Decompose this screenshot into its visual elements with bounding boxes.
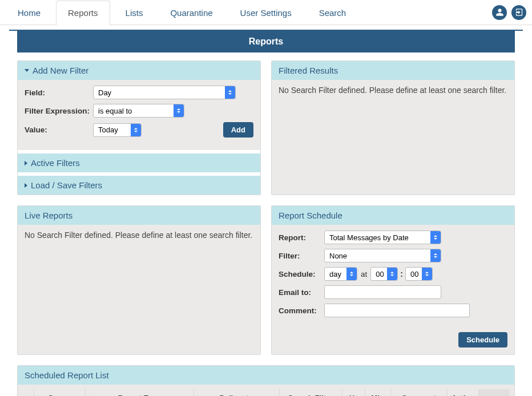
- chevron-right-icon: [25, 183, 27, 188]
- col-deliver-to[interactable]: Deliver to: [194, 389, 279, 396]
- col-owner[interactable]: Owner: [34, 389, 85, 396]
- schedule-report-label: Report:: [279, 233, 324, 242]
- add-new-filter-header[interactable]: Add New Filter: [18, 61, 260, 80]
- field-select[interactable]: Day: [94, 86, 235, 99]
- schedule-filter-label: Filter:: [279, 252, 324, 260]
- field-label: Field:: [25, 88, 93, 97]
- page-title: Reports: [17, 31, 515, 52]
- add-new-filter-label: Add New Filter: [33, 66, 88, 75]
- tab-lists[interactable]: Lists: [114, 1, 155, 25]
- schedule-at-label: at: [361, 270, 367, 278]
- col-trailing: [478, 389, 510, 396]
- col-search-filter[interactable]: Search Filter: [279, 389, 342, 396]
- load-save-filters-label: Load / Save Filters: [31, 180, 102, 190]
- value-label: Value:: [25, 126, 93, 134]
- add-filter-panel: Add New Filter Field: Day Filter Expre: [17, 60, 261, 195]
- live-reports-message: No Search Filter defined. Please define …: [18, 225, 260, 248]
- filtered-results-header: Filtered Results: [272, 61, 514, 80]
- scheduled-report-list-header: Scheduled Report List: [18, 366, 514, 385]
- col-comment[interactable]: Comment: [390, 389, 447, 396]
- schedule-minute-select[interactable]: 00: [406, 268, 432, 280]
- schedule-button[interactable]: Schedule: [458, 332, 507, 347]
- report-schedule-header: Report Schedule: [272, 206, 514, 225]
- user-icon[interactable]: [492, 5, 507, 20]
- tab-search[interactable]: Search: [307, 1, 358, 25]
- col-hr[interactable]: Hr: [342, 389, 365, 396]
- col-min[interactable]: Min: [365, 389, 390, 396]
- tab-quarantine[interactable]: Quarantine: [158, 1, 224, 25]
- scheduled-report-table: Owner Report Type Deliver to Search Filt…: [22, 389, 510, 396]
- chevron-down-icon: [25, 69, 29, 72]
- active-filters-label: Active Filters: [31, 158, 80, 168]
- col-report-type[interactable]: Report Type: [85, 389, 194, 396]
- load-save-filters-header[interactable]: Load / Save Filters: [18, 172, 260, 195]
- time-colon: :: [400, 269, 403, 278]
- logout-icon[interactable]: [511, 5, 526, 20]
- col-active[interactable]: Active: [447, 389, 478, 396]
- live-reports-header: Live Reports: [18, 206, 260, 225]
- report-schedule-panel: Report Schedule Report: Total Messages b…: [271, 205, 515, 355]
- schedule-hour-select[interactable]: 00: [371, 268, 397, 280]
- main-tabs: Home Reports Lists Quarantine User Setti…: [6, 0, 361, 25]
- filtered-results-message: No Search Filter defined. Please define …: [272, 80, 514, 103]
- scheduled-report-list-panel: Scheduled Report List Owner Report Type …: [17, 365, 515, 396]
- chevron-right-icon: [25, 161, 27, 165]
- filter-expression-select[interactable]: is equal to: [94, 104, 184, 117]
- schedule-email-label: Email to:: [279, 288, 324, 297]
- schedule-comment-label: Comment:: [279, 306, 324, 315]
- schedule-filter-select[interactable]: None: [325, 249, 441, 262]
- live-reports-panel: Live Reports No Search Filter defined. P…: [17, 205, 261, 355]
- col-blank[interactable]: [22, 389, 34, 396]
- schedule-period-label: Schedule:: [279, 270, 324, 278]
- tab-reports[interactable]: Reports: [56, 1, 110, 25]
- filtered-results-panel: Filtered Results No Search Filter define…: [271, 60, 515, 195]
- add-button[interactable]: Add: [223, 122, 253, 138]
- schedule-period-select[interactable]: day: [325, 268, 357, 280]
- value-select[interactable]: Today: [94, 124, 141, 136]
- tab-home[interactable]: Home: [6, 1, 53, 25]
- tab-user-settings[interactable]: User Settings: [228, 1, 304, 25]
- filter-expression-label: Filter Expression:: [25, 107, 93, 115]
- schedule-email-input[interactable]: [324, 285, 441, 299]
- schedule-report-select[interactable]: Total Messages by Date: [325, 231, 441, 244]
- schedule-comment-input[interactable]: [324, 304, 470, 317]
- active-filters-header[interactable]: Active Filters: [18, 150, 260, 172]
